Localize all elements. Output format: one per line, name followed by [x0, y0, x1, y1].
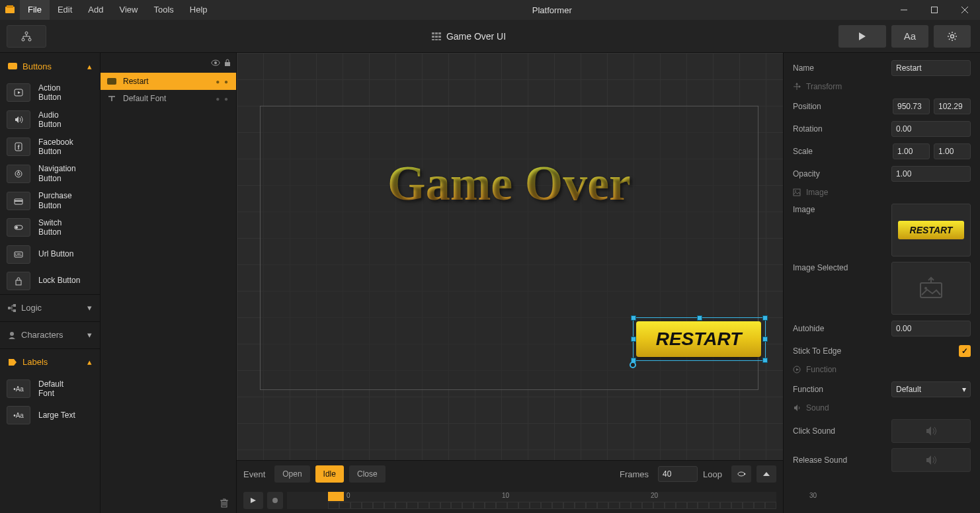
- svg-rect-34: [8, 307, 11, 309]
- function-label: Function: [793, 385, 891, 394]
- svg-rect-20: [8, 63, 17, 69]
- position-label: Position: [793, 102, 893, 111]
- click-sound-button[interactable]: [891, 419, 971, 443]
- window-title: Platformer: [216, 5, 889, 15]
- opacity-input[interactable]: [891, 166, 971, 182]
- function-section-header: Function: [793, 365, 971, 374]
- svg-marker-22: [18, 91, 20, 94]
- play-button[interactable]: [838, 25, 886, 48]
- menu-edit[interactable]: Edit: [50, 0, 80, 20]
- frames-input[interactable]: [658, 466, 698, 482]
- image-section-header: Image: [793, 188, 971, 197]
- autohide-input[interactable]: [891, 321, 971, 336]
- hierarchy-item-restart[interactable]: Restart ● ●: [101, 73, 236, 90]
- canvas[interactable]: Game Over RESTART: [237, 53, 783, 460]
- position-x-input[interactable]: [893, 99, 930, 114]
- accordion-labels[interactable]: Labels ▴: [0, 349, 100, 375]
- position-y-input[interactable]: [934, 99, 971, 114]
- accordion-buttons[interactable]: Buttons ▴: [0, 53, 100, 79]
- svg-rect-36: [13, 309, 16, 312]
- svg-point-39: [214, 61, 217, 64]
- switch-icon: [7, 218, 30, 237]
- function-select[interactable]: Default▾: [891, 381, 971, 397]
- svg-rect-35: [13, 304, 16, 307]
- minimize-button[interactable]: [889, 0, 919, 20]
- scale-label: Scale: [793, 147, 893, 156]
- svg-rect-28: [15, 200, 22, 202]
- loop-label: Loop: [703, 469, 722, 479]
- loop-button[interactable]: [731, 465, 751, 483]
- component-lock[interactable]: Lock Button: [0, 268, 100, 294]
- svg-marker-45: [251, 498, 256, 503]
- svg-rect-40: [225, 62, 230, 66]
- font-icon: •Aa: [7, 379, 30, 398]
- maximize-button[interactable]: [919, 0, 950, 20]
- item-options-icon: ● ●: [216, 95, 229, 102]
- trash-icon[interactable]: [220, 498, 228, 508]
- hierarchy-item-default-font[interactable]: Default Font ● ●: [101, 90, 236, 107]
- name-input[interactable]: [891, 60, 971, 76]
- menu-add[interactable]: Add: [80, 0, 111, 20]
- chevron-up-icon: ▴: [87, 357, 92, 367]
- component-navigation[interactable]: Navigation Button: [0, 160, 100, 187]
- component-switch[interactable]: Switch Button: [0, 214, 100, 241]
- rotation-input[interactable]: [891, 121, 971, 137]
- game-over-label: Game Over: [388, 155, 631, 212]
- svg-rect-15: [432, 39, 434, 40]
- timeline-tab-idle[interactable]: Idle: [315, 465, 344, 483]
- navigation-icon: [7, 165, 30, 183]
- accordion-logic[interactable]: Logic ▾: [0, 295, 100, 321]
- close-button[interactable]: [950, 0, 980, 20]
- accordion-characters[interactable]: Characters ▾: [0, 322, 100, 348]
- lock-icon: [7, 272, 30, 290]
- svg-marker-43: [744, 473, 746, 475]
- menu-tools[interactable]: Tools: [145, 0, 181, 20]
- visibility-icon[interactable]: [211, 59, 220, 66]
- component-purchase[interactable]: Purchase Button: [0, 187, 100, 214]
- text-element-icon: [107, 95, 116, 102]
- restart-button-element[interactable]: RESTART: [636, 321, 761, 357]
- release-sound-label: Release Sound: [793, 455, 891, 465]
- chevron-down-icon: ▾: [87, 330, 92, 340]
- svg-marker-47: [796, 83, 798, 85]
- timeline-tab-open[interactable]: Open: [274, 465, 309, 483]
- component-audio[interactable]: Audio Button: [0, 106, 100, 134]
- timeline-record-button[interactable]: [267, 492, 283, 509]
- stick-to-edge-label: Stick To Edge: [793, 346, 959, 356]
- svg-rect-14: [438, 36, 441, 38]
- svg-point-8: [28, 38, 31, 41]
- audio-icon: [7, 110, 30, 129]
- component-url[interactable]: URLUrl Button: [0, 241, 100, 268]
- collapse-timeline-button[interactable]: [756, 465, 776, 483]
- lock-icon[interactable]: [224, 59, 231, 67]
- scale-y-input[interactable]: [934, 143, 971, 159]
- menu-file[interactable]: File: [20, 0, 50, 20]
- rotation-label: Rotation: [793, 124, 891, 134]
- component-default-font[interactable]: •Aa Default Font: [0, 375, 100, 403]
- font-button[interactable]: Aa: [891, 25, 928, 48]
- svg-point-30: [15, 226, 18, 229]
- autohide-label: Autohide: [793, 324, 891, 333]
- url-icon: URL: [7, 245, 30, 264]
- release-sound-button[interactable]: [891, 448, 971, 472]
- chevron-up-icon: ▴: [87, 61, 92, 71]
- stick-to-edge-checkbox[interactable]: ✓: [959, 345, 971, 357]
- purchase-icon: [7, 192, 30, 210]
- timeline-tab-close[interactable]: Close: [349, 465, 386, 483]
- scale-x-input[interactable]: [893, 143, 930, 159]
- svg-rect-3: [932, 7, 938, 13]
- component-large-text[interactable]: •Aa Large Text: [0, 402, 100, 428]
- component-facebook[interactable]: fFacebook Button: [0, 134, 100, 161]
- timeline-track[interactable]: 0 10 20 30: [287, 492, 776, 509]
- menu-help[interactable]: Help: [182, 0, 216, 20]
- timeline-play-button[interactable]: [243, 492, 263, 509]
- menu-view[interactable]: View: [112, 0, 146, 20]
- facebook-icon: f: [7, 138, 30, 156]
- image-preview[interactable]: RESTART: [891, 204, 971, 256]
- settings-button[interactable]: [934, 25, 971, 48]
- image-label: Image: [793, 204, 891, 214]
- svg-rect-13: [435, 36, 438, 38]
- image-selected-preview[interactable]: [891, 262, 971, 315]
- hierarchy-button[interactable]: [7, 25, 46, 48]
- component-action[interactable]: Action Button: [0, 79, 100, 106]
